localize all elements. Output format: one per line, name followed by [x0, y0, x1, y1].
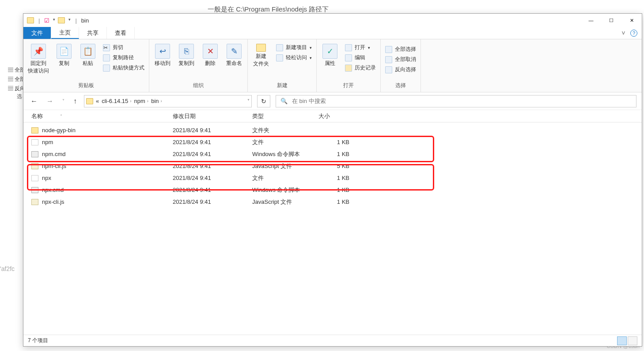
status-bar: 7 个项目 — [23, 335, 642, 346]
search-input[interactable] — [292, 98, 632, 104]
group-label: 选择 — [395, 82, 406, 91]
copyto-button[interactable]: ⎘复制到 — [178, 42, 195, 67]
newitem-button[interactable]: 新建项目▾ — [276, 44, 312, 51]
tab-view[interactable]: 查看 — [107, 27, 135, 39]
file-date: 2021/8/24 9:41 — [173, 175, 252, 181]
icons-view-button[interactable] — [628, 336, 637, 345]
file-size: 1 KB — [318, 175, 354, 181]
breadcrumb-item[interactable]: bin› — [151, 98, 162, 104]
group-label: 打开 — [343, 82, 354, 91]
ribbon: 📌固定到 快速访问 📄复制 📋粘贴 ✂剪切 复制路径 粘贴快捷方式 剪贴板 ↩移… — [23, 39, 642, 92]
col-date[interactable]: 修改日期 — [173, 112, 252, 120]
folder-icon — [86, 98, 93, 104]
address-caret[interactable]: ˅ — [247, 99, 250, 103]
cut-button[interactable]: ✂剪切 — [103, 44, 144, 51]
file-size: 1 KB — [318, 187, 354, 193]
background-text: 一般是在 C:\Program Files\nodejs 路径下 — [208, 5, 329, 14]
explorer-window: | ☑ ▾ ▾ | bin — ☐ ✕ 文件 主页 共享 查看 ᐯ ? 📌固定到… — [23, 13, 642, 347]
up-button[interactable]: ↑ — [72, 96, 79, 106]
forward-button[interactable]: → — [45, 96, 55, 106]
pin-button[interactable]: 📌固定到 快速访问 — [28, 42, 49, 75]
col-type[interactable]: 类型 — [252, 112, 318, 120]
column-headers[interactable]: 名称ˆ 修改日期 类型 大小 — [23, 110, 642, 122]
breadcrumb-item[interactable]: cli-6.14.15› — [102, 98, 131, 104]
file-size: 1 KB — [318, 151, 354, 157]
file-name: npm — [42, 139, 53, 145]
copy-button[interactable]: 📄复制 — [55, 42, 73, 67]
file-name: npx — [42, 175, 51, 181]
file-row[interactable]: node-gyp-bin2021/8/24 9:41文件夹 — [23, 124, 642, 136]
file-type: 文件夹 — [252, 126, 318, 134]
history-button[interactable]: 历史记录 — [345, 64, 376, 72]
breadcrumb-item[interactable]: npm› — [134, 98, 149, 104]
recent-caret[interactable]: ˅ — [61, 98, 66, 104]
file-type: 文件 — [252, 174, 318, 182]
refresh-button[interactable]: ↻ — [257, 95, 270, 107]
col-name[interactable]: 名称ˆ — [31, 112, 173, 120]
file-date: 2021/8/24 9:41 — [173, 163, 252, 169]
file-row[interactable]: npx2021/8/24 9:41文件1 KB — [23, 172, 642, 184]
collapse-ribbon-icon[interactable]: ᐯ — [622, 31, 625, 35]
titlebar[interactable]: | ☑ ▾ ▾ | bin — ☐ ✕ — [23, 14, 642, 27]
file-name: npm.cmd — [42, 151, 65, 157]
file-name: npm-cli.js — [42, 163, 66, 169]
file-date: 2021/8/24 9:41 — [173, 198, 252, 205]
cmd-icon — [31, 151, 38, 157]
chevron-down-icon[interactable]: ▾ — [68, 17, 71, 24]
paste-button[interactable]: 📋粘贴 — [79, 42, 97, 67]
file-type: JavaScript 文件 — [252, 162, 318, 170]
rename-button[interactable]: ✎重命名 — [225, 42, 243, 67]
file-type: JavaScript 文件 — [252, 198, 318, 206]
moveto-button[interactable]: ↩移动到 — [154, 42, 171, 67]
open-button[interactable]: 打开▾ — [345, 44, 376, 51]
copypath-button[interactable]: 复制路径 — [103, 54, 144, 61]
chevron-down-icon[interactable]: ▾ — [53, 17, 55, 24]
paste-shortcut-button[interactable]: 粘贴快捷方式 — [103, 64, 144, 72]
tab-home[interactable]: 主页 — [51, 27, 79, 39]
file-size: 1 KB — [318, 198, 354, 205]
file-row[interactable]: npm-cli.js2021/8/24 9:41JavaScript 文件5 K… — [23, 160, 642, 172]
back-button[interactable]: ← — [29, 96, 39, 106]
file-row[interactable]: npx-cli.js2021/8/24 9:41JavaScript 文件1 K… — [23, 196, 642, 208]
details-view-button[interactable] — [617, 336, 627, 345]
file-name: node-gyp-bin — [42, 127, 76, 134]
file-size: 5 KB — [318, 163, 354, 169]
group-label: 新建 — [277, 82, 288, 91]
easyaccess-button[interactable]: 轻松访问▾ — [276, 54, 312, 61]
close-button[interactable]: ✕ — [621, 14, 642, 27]
breadcrumb-prefix: « — [96, 98, 99, 104]
help-icon[interactable]: ? — [630, 30, 637, 37]
file-row[interactable]: npx.cmd2021/8/24 9:41Windows 命令脚本1 KB — [23, 184, 642, 196]
file-size: 1 KB — [318, 139, 354, 145]
file-icon — [31, 175, 38, 181]
minimize-button[interactable]: — — [581, 14, 601, 27]
navbar: ← → ˅ ↑ « cli-6.14.15› npm› bin› ˅ ↻ 🔍 — [23, 92, 642, 110]
file-name: npx-cli.js — [42, 198, 64, 205]
group-label: 剪贴板 — [78, 82, 94, 91]
delete-button[interactable]: ✕删除 — [201, 42, 219, 67]
file-row[interactable]: npm.cmd2021/8/24 9:41Windows 命令脚本1 KB — [23, 148, 642, 160]
selectnone-button[interactable]: 全部取消 — [385, 56, 416, 63]
file-type: Windows 命令脚本 — [252, 150, 318, 158]
selectall-button[interactable]: 全部选择 — [385, 46, 416, 53]
col-size[interactable]: 大小 — [318, 112, 354, 120]
folder-icon — [27, 17, 34, 23]
file-row[interactable]: npm2021/8/24 9:41文件1 KB — [23, 136, 642, 148]
js-icon — [31, 163, 38, 169]
status-text: 7 个项目 — [28, 337, 48, 344]
tab-file[interactable]: 文件 — [23, 27, 51, 39]
search-icon: 🔍 — [280, 98, 288, 104]
address-bar[interactable]: « cli-6.14.15› npm› bin› ˅ — [84, 95, 252, 107]
properties-button[interactable]: ✓属性 — [321, 42, 339, 67]
edit-button[interactable]: 编辑 — [345, 54, 376, 61]
file-type: 文件 — [252, 138, 318, 146]
newfolder-button[interactable]: 新建 文件夹 — [252, 42, 270, 68]
search-box[interactable]: 🔍 — [276, 95, 636, 107]
file-type: Windows 命令脚本 — [252, 186, 318, 194]
maximize-button[interactable]: ☐ — [601, 14, 621, 27]
sort-icon: ˆ — [61, 114, 62, 118]
tab-share[interactable]: 共享 — [79, 27, 107, 39]
file-name: npx.cmd — [42, 187, 64, 193]
file-list: node-gyp-bin2021/8/24 9:41文件夹npm2021/8/2… — [23, 122, 642, 335]
invertselect-button[interactable]: 反向选择 — [385, 66, 416, 73]
